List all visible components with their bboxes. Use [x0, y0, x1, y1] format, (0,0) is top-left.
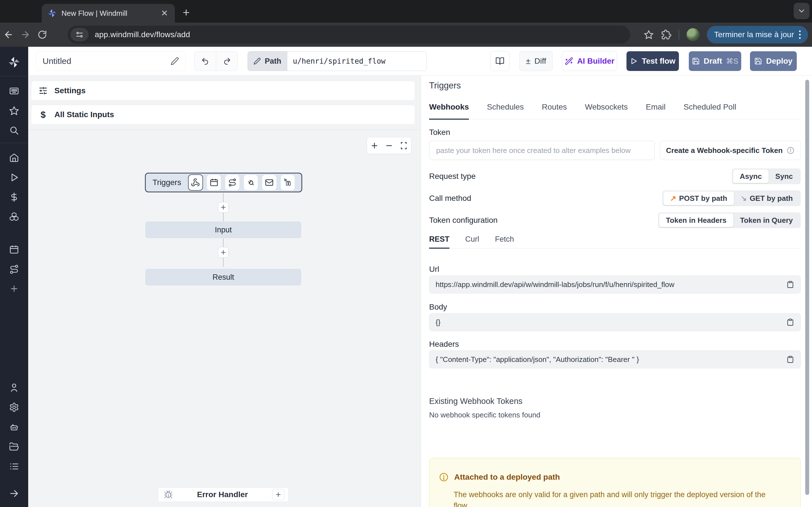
- flow-graph[interactable]: Triggers: [28, 129, 421, 507]
- info-icon: [786, 147, 795, 154]
- body-field[interactable]: {}: [429, 313, 801, 331]
- chrome-menu-icon[interactable]: [799, 31, 801, 39]
- tab-websockets[interactable]: Websockets: [585, 103, 628, 119]
- copy-icon[interactable]: [786, 281, 794, 288]
- token-label: Token: [429, 128, 450, 137]
- all-static-inputs-card[interactable]: $ All Static Inputs: [31, 105, 415, 124]
- token-in-query-option[interactable]: Token in Query: [733, 214, 800, 227]
- ai-builder-button[interactable]: AI Builder: [562, 51, 617, 71]
- ai-builder-label: AI Builder: [577, 57, 614, 66]
- settings-gear-icon[interactable]: [9, 402, 19, 412]
- save-icon: [754, 57, 762, 65]
- sync-option[interactable]: Sync: [769, 170, 800, 183]
- deploy-button[interactable]: Deploy: [750, 51, 797, 71]
- websocket-trigger-icon[interactable]: [244, 175, 258, 190]
- copy-icon[interactable]: [786, 355, 794, 363]
- expand-sidebar-arrow-icon[interactable]: [9, 489, 19, 499]
- search-icon[interactable]: [9, 125, 19, 135]
- routes-icon[interactable]: [9, 264, 19, 274]
- tab-curl[interactable]: Curl: [465, 235, 479, 248]
- docs-button[interactable]: [490, 51, 509, 71]
- tab-email[interactable]: Email: [646, 103, 666, 119]
- zoom-in-icon[interactable]: [370, 142, 378, 150]
- add-menu-icon[interactable]: [9, 284, 19, 293]
- folders-icon[interactable]: [9, 442, 19, 452]
- headers-label: Headers: [429, 340, 459, 349]
- path-value-input[interactable]: u/henri/spirited_flow: [287, 51, 426, 71]
- workspace-switcher-icon[interactable]: [9, 86, 19, 96]
- resources-icon[interactable]: [9, 212, 19, 222]
- schedule-trigger-icon[interactable]: [207, 175, 221, 190]
- back-button[interactable]: [0, 30, 17, 40]
- forward-button[interactable]: [17, 30, 34, 40]
- workers-robot-icon[interactable]: [9, 422, 19, 432]
- token-in-headers-option[interactable]: Token in Headers: [659, 214, 733, 227]
- diff-label: Diff: [534, 57, 546, 66]
- chrome-update-button[interactable]: Terminer la mise à jour: [707, 26, 808, 43]
- headers-field[interactable]: { "Content-Type": "application/json", "A…: [429, 350, 801, 369]
- tab-webhooks[interactable]: Webhooks: [429, 103, 469, 119]
- result-node[interactable]: Result: [146, 269, 301, 285]
- fit-view-icon[interactable]: [400, 142, 408, 150]
- home-icon[interactable]: [9, 153, 19, 163]
- extensions-puzzle-icon[interactable]: [661, 30, 671, 40]
- url-field[interactable]: https://app.windmill.dev/api/w/windmill-…: [429, 276, 801, 293]
- address-bar[interactable]: app.windmill.dev/flows/add: [68, 25, 630, 44]
- update-button-label: Terminer la mise à jour: [714, 30, 794, 39]
- webhook-trigger-icon[interactable]: [189, 175, 202, 190]
- diff-button[interactable]: ± Diff: [519, 51, 553, 71]
- variables-icon[interactable]: [9, 192, 19, 202]
- path-value: u/henri/spirited_flow: [293, 57, 386, 65]
- zoom-out-icon[interactable]: [385, 142, 393, 150]
- settings-card[interactable]: Settings: [31, 81, 415, 101]
- route-trigger-icon[interactable]: [225, 175, 239, 190]
- tab-fetch[interactable]: Fetch: [495, 235, 514, 248]
- add-step-button[interactable]: [218, 247, 229, 258]
- new-tab-button[interactable]: +: [183, 7, 190, 18]
- add-error-handler-button[interactable]: [272, 489, 285, 500]
- windmill-logo[interactable]: [8, 56, 20, 69]
- save-draft-button[interactable]: Draft ⌘S: [689, 51, 741, 71]
- windmill-favicon-icon: [47, 8, 57, 18]
- runs-icon[interactable]: [9, 172, 19, 182]
- scheduled-poll-trigger-icon[interactable]: [281, 175, 295, 190]
- path-chip[interactable]: Path: [248, 51, 287, 71]
- site-settings-icon[interactable]: [70, 28, 89, 41]
- bookmark-star-icon[interactable]: [644, 30, 654, 40]
- profile-avatar[interactable]: [687, 28, 700, 41]
- tab-close-icon[interactable]: ✕: [160, 8, 169, 18]
- favorites-star-icon[interactable]: [9, 106, 19, 116]
- users-icon[interactable]: [9, 383, 19, 393]
- reload-button[interactable]: [34, 30, 51, 40]
- triggers-node[interactable]: Triggers: [145, 173, 302, 192]
- redo-button[interactable]: [216, 52, 238, 71]
- get-by-path-option[interactable]: ↘ GET by path: [734, 191, 800, 205]
- test-flow-button[interactable]: Test flow: [626, 51, 679, 71]
- copy-icon[interactable]: [786, 318, 794, 326]
- post-by-path-label: POST by path: [679, 194, 727, 203]
- tab-routes[interactable]: Routes: [542, 103, 567, 119]
- panel-scrollbar[interactable]: [805, 80, 809, 495]
- email-trigger-icon[interactable]: [262, 175, 276, 190]
- plus-minus-icon: ±: [526, 56, 530, 66]
- trigger-tabs: Webhooks Schedules Routes Websockets Ema…: [429, 103, 801, 119]
- input-node[interactable]: Input: [146, 222, 301, 238]
- tab-rest[interactable]: REST: [429, 235, 449, 248]
- triggers-panel: Triggers Webhooks Schedules Routes Webso…: [421, 75, 812, 507]
- browser-tab[interactable]: New Flow | Windmill ✕: [42, 4, 175, 22]
- request-type-row: Request type Async Sync: [429, 168, 801, 184]
- error-handler-node[interactable]: Error Handler: [158, 487, 289, 502]
- tab-search-chevron-icon[interactable]: [794, 3, 809, 19]
- tab-schedules[interactable]: Schedules: [487, 103, 524, 119]
- schedules-icon[interactable]: [9, 244, 19, 255]
- tab-scheduled-poll[interactable]: Scheduled Poll: [684, 103, 737, 119]
- post-by-path-option[interactable]: ↗ POST by path: [663, 191, 734, 205]
- undo-button[interactable]: [195, 52, 216, 71]
- flow-name-field[interactable]: Untitled: [36, 51, 186, 71]
- error-handler-label: Error Handler: [173, 490, 272, 499]
- add-step-button[interactable]: [218, 202, 229, 213]
- token-input[interactable]: [429, 141, 655, 160]
- async-option[interactable]: Async: [733, 170, 769, 183]
- create-webhook-token-button[interactable]: Create a Webhook-specific Token: [660, 141, 801, 160]
- logs-list-icon[interactable]: [9, 461, 19, 471]
